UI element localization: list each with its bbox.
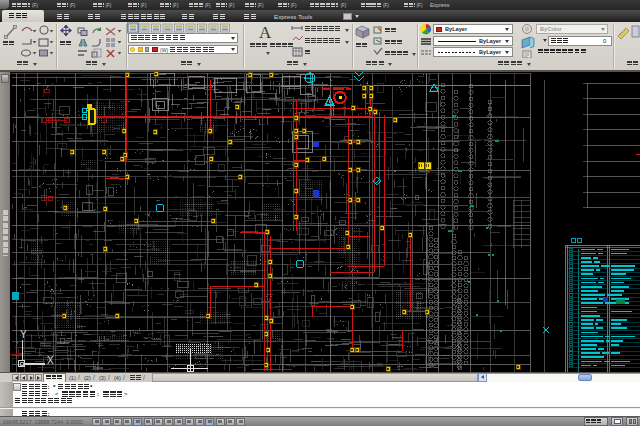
svg-text:Y: Y (20, 329, 27, 340)
svg-text:X: X (47, 355, 54, 366)
